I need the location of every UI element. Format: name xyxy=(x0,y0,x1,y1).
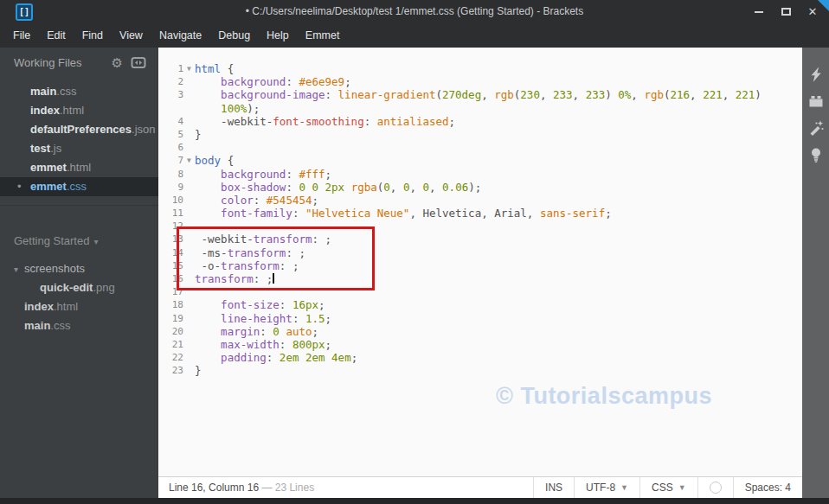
fold-arrow-icon[interactable]: ▼ xyxy=(183,154,195,167)
code-token: -o- xyxy=(195,259,221,272)
fold-gutter xyxy=(183,338,195,351)
code-row[interactable]: 23} xyxy=(158,364,802,377)
language-dropdown[interactable]: CSS ▼ xyxy=(639,477,697,498)
code-row[interactable]: 9 box-shadow: 0 0 2px rgba(0, 0, 0, 0.06… xyxy=(158,181,802,194)
code-text: } xyxy=(195,128,202,141)
code-row[interactable]: 16transform: ; xyxy=(158,272,802,285)
code-row[interactable]: 11 font-family: "Helvetica Neue", Helvet… xyxy=(158,207,802,220)
code-row[interactable]: 8 background: #fff; xyxy=(158,168,802,181)
lint-status-indicator[interactable] xyxy=(697,477,733,498)
fold-arrow-icon[interactable]: ▼ xyxy=(183,62,195,75)
tree-item-main-css[interactable]: main.css xyxy=(0,316,158,335)
code-token: : xyxy=(286,181,299,194)
code-token xyxy=(195,325,221,338)
fold-gutter xyxy=(183,285,195,298)
line-number: 14 xyxy=(158,246,183,259)
insert-mode-toggle[interactable]: INS xyxy=(533,477,574,498)
code-row[interactable]: 18 font-size: 16px; xyxy=(158,298,802,311)
window-bottom-edge xyxy=(0,498,829,504)
sidebar-item-test-js[interactable]: test.js xyxy=(0,139,158,158)
code-row[interactable]: 12 xyxy=(158,220,802,233)
code-row[interactable]: 4 -webkit-font-smoothing: antialiased; xyxy=(158,115,802,128)
code-token: , xyxy=(690,88,703,101)
code-row[interactable]: 1▼html { xyxy=(158,62,802,75)
code-row[interactable]: 6 xyxy=(158,141,802,154)
tree-item-quick-edit-png[interactable]: quick-edit.png xyxy=(0,278,158,297)
encoding-dropdown[interactable]: UTF-8 ▼ xyxy=(574,477,639,498)
code-row[interactable]: 21 max-width: 800px; xyxy=(158,338,802,351)
code-token: font-family xyxy=(221,207,292,220)
menu-edit[interactable]: Edit xyxy=(47,29,66,41)
code-text: body { xyxy=(195,154,234,167)
lightbulb-icon[interactable] xyxy=(807,145,826,164)
gear-icon[interactable]: ⚙ xyxy=(112,56,123,69)
code-token: 233 xyxy=(553,88,573,101)
beautify-wand-icon[interactable] xyxy=(807,118,826,137)
minimize-button[interactable] xyxy=(749,3,768,21)
code-row[interactable]: 13 -webkit-transform: ; xyxy=(158,233,802,246)
tree-item-index-html[interactable]: index.html xyxy=(0,297,158,316)
separator: — xyxy=(261,482,272,494)
menu-help[interactable]: Help xyxy=(267,29,289,41)
code-text: background: #e6e9e9; xyxy=(195,75,351,88)
spaces-setting[interactable]: Spaces: 4 xyxy=(733,477,802,498)
code-text: font-family: "Helvetica Neue", Helvetica… xyxy=(195,207,612,220)
code-row[interactable]: 20 margin: 0 auto; xyxy=(158,325,802,338)
sidebar-item-index-html[interactable]: index.html xyxy=(0,101,158,120)
menu-view[interactable]: View xyxy=(119,29,143,41)
cursor-position: Line 16, Column 16 — 23 Lines xyxy=(158,482,533,494)
code-token: 0 xyxy=(423,181,430,194)
code-row[interactable]: 10 color: #545454; xyxy=(158,194,802,207)
code-token: color xyxy=(221,194,254,207)
extension-manager-icon[interactable] xyxy=(807,92,826,111)
code-token: transform xyxy=(228,246,286,259)
code-token: 0 xyxy=(273,325,280,338)
sidebar-item-emmet-css[interactable]: •emmet.css xyxy=(0,177,158,196)
fold-gutter xyxy=(183,246,195,259)
code-row[interactable]: 15 -o-transform: ; xyxy=(158,259,802,272)
sidebar-item-main-css[interactable]: main.css xyxy=(0,82,158,101)
code-token: 2px xyxy=(325,181,345,194)
code-token: : xyxy=(292,312,305,325)
code-row[interactable]: 7▼body { xyxy=(158,154,802,167)
folder-arrow-icon[interactable]: ▾ xyxy=(14,260,24,279)
code-token: 4em xyxy=(331,351,351,364)
code-area[interactable]: 1▼html {2 background: #e6e9e9;3 backgrou… xyxy=(158,48,802,378)
code-token: rgba xyxy=(351,181,377,194)
code-row[interactable]: 17 xyxy=(158,285,802,298)
code-row[interactable]: 5} xyxy=(158,128,802,141)
sidebar: Working Files ⚙ main.cssindex.htmldefaul… xyxy=(0,48,158,504)
code-row[interactable]: 22 padding: 2em 2em 4em; xyxy=(158,351,802,364)
fold-gutter xyxy=(183,181,195,194)
sidebar-item-defaultPreferences-json[interactable]: defaultPreferences.json xyxy=(0,120,158,139)
line-number: 13 xyxy=(158,233,183,246)
code-row[interactable]: 14 -ms-transform: ; xyxy=(158,246,802,259)
code-token: 233 xyxy=(586,88,606,101)
split-view-icon[interactable] xyxy=(131,56,146,69)
unsaved-dot-icon: • xyxy=(17,177,22,196)
code-token: ; xyxy=(325,338,332,351)
live-preview-icon[interactable] xyxy=(807,65,826,84)
code-row[interactable]: 19 line-height: 1.5; xyxy=(158,312,802,325)
fold-gutter xyxy=(183,233,195,246)
project-dropdown[interactable]: Getting Started▾ xyxy=(0,230,158,252)
line-number: 1 xyxy=(158,62,183,75)
code-text: } xyxy=(195,364,202,377)
working-files-label: Working Files xyxy=(14,56,112,69)
code-token: background-image xyxy=(221,88,325,101)
code-token: 2em xyxy=(280,351,299,364)
code-row[interactable]: 2 background: #e6e9e9; xyxy=(158,75,802,88)
file-extension: .css xyxy=(67,180,87,193)
sidebar-item-emmet-html[interactable]: emmet.html xyxy=(0,158,158,177)
menu-emmet[interactable]: Emmet xyxy=(305,29,340,41)
menu-navigate[interactable]: Navigate xyxy=(159,29,202,41)
menu-debug[interactable]: Debug xyxy=(218,29,250,41)
menu-find[interactable]: Find xyxy=(82,29,103,41)
code-row[interactable]: 3 background-image: linear-gradient(270d… xyxy=(158,88,802,101)
maximize-button[interactable] xyxy=(776,3,795,21)
code-editor[interactable]: 1▼html {2 background: #e6e9e9;3 backgrou… xyxy=(158,48,802,476)
tree-folder-screenshots[interactable]: ▾screenshots xyxy=(0,259,158,278)
menu-file[interactable]: File xyxy=(13,29,30,41)
chevron-down-icon: ▾ xyxy=(93,237,98,246)
code-row[interactable]: 100%); xyxy=(158,102,802,115)
